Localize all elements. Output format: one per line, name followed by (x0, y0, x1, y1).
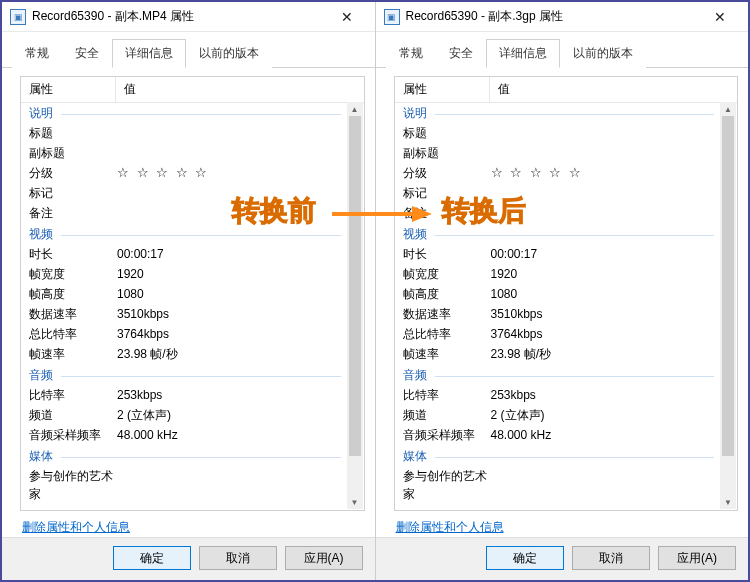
row-key: 标记 (29, 184, 117, 202)
tab[interactable]: 详细信息 (486, 39, 560, 68)
row-key: 数据速率 (403, 305, 491, 323)
cancel-button[interactable]: 取消 (199, 546, 277, 570)
tab[interactable]: 安全 (436, 39, 486, 68)
section-header: 视频 (395, 223, 721, 244)
remove-properties-link[interactable]: 删除属性和个人信息 (22, 519, 130, 536)
row-value (117, 204, 339, 222)
tab-content: 属性值说明标题副标题分级☆ ☆ ☆ ☆ ☆标记备注视频时长00:00:17帧宽度… (2, 68, 375, 537)
table-row[interactable]: 副标题 (21, 143, 347, 163)
row-value: ☆ ☆ ☆ ☆ ☆ (117, 164, 339, 182)
table-row[interactable]: 帧高度1080 (395, 284, 721, 304)
tab[interactable]: 以前的版本 (186, 39, 272, 68)
properties-table: 属性值说明标题副标题分级☆ ☆ ☆ ☆ ☆标记备注视频时长00:00:17帧宽度… (394, 76, 739, 511)
row-key: 频道 (29, 406, 117, 424)
header-prop[interactable]: 属性 (21, 77, 116, 102)
scroll-up-icon[interactable]: ▲ (720, 102, 736, 116)
row-key: 备注 (403, 204, 491, 222)
table-row[interactable]: 时长00:00:17 (21, 244, 347, 264)
row-key: 帧高度 (29, 285, 117, 303)
section-header: 媒体 (21, 445, 347, 466)
close-button[interactable]: ✕ (700, 9, 740, 25)
row-key: 副标题 (403, 144, 491, 162)
row-key: 总比特率 (403, 325, 491, 343)
titlebar: ▣ Record65390 - 副本.MP4 属性 ✕ (2, 2, 375, 32)
table-row[interactable]: 帧速率23.98 帧/秒 (21, 344, 347, 364)
row-key: 分级 (403, 164, 491, 182)
header-prop[interactable]: 属性 (395, 77, 490, 102)
row-value (491, 124, 713, 142)
table-row[interactable]: 帧宽度1920 (21, 264, 347, 284)
table-row[interactable]: 分级☆ ☆ ☆ ☆ ☆ (395, 163, 721, 183)
ok-button[interactable]: 确定 (486, 546, 564, 570)
dialog-title: Record65390 - 副本.3gp 属性 (406, 8, 701, 25)
scroll-up-icon[interactable]: ▲ (347, 102, 363, 116)
table-row[interactable]: 频道2 (立体声) (395, 405, 721, 425)
table-row[interactable]: 分级☆ ☆ ☆ ☆ ☆ (21, 163, 347, 183)
table-row[interactable]: 音频采样频率48.000 kHz (395, 425, 721, 445)
scrollbar[interactable]: ▲▼ (720, 102, 736, 509)
row-key: 帧高度 (403, 285, 491, 303)
row-key: 比特率 (403, 386, 491, 404)
table-row[interactable]: 数据速率3510kbps (395, 304, 721, 324)
tab[interactable]: 以前的版本 (560, 39, 646, 68)
scrollbar[interactable]: ▲▼ (347, 102, 363, 509)
row-value (491, 204, 713, 222)
close-button[interactable]: ✕ (327, 9, 367, 25)
scroll-down-icon[interactable]: ▼ (347, 495, 363, 509)
tab[interactable]: 详细信息 (112, 39, 186, 68)
cancel-button[interactable]: 取消 (572, 546, 650, 570)
apply-button[interactable]: 应用(A) (658, 546, 736, 570)
table-row[interactable]: 比特率253kbps (395, 385, 721, 405)
section-header: 说明 (21, 102, 347, 123)
row-value (491, 467, 713, 503)
file-icon: ▣ (384, 9, 400, 25)
ok-button[interactable]: 确定 (113, 546, 191, 570)
table-row[interactable]: 音频采样频率48.000 kHz (21, 425, 347, 445)
table-row[interactable]: 比特率253kbps (21, 385, 347, 405)
section-header: 说明 (395, 102, 721, 123)
table-row[interactable]: 参与创作的艺术家 (395, 466, 721, 504)
table-row[interactable]: 帧宽度1920 (395, 264, 721, 284)
row-value (117, 144, 339, 162)
table-row[interactable]: 频道2 (立体声) (21, 405, 347, 425)
apply-button[interactable]: 应用(A) (285, 546, 363, 570)
table-row[interactable]: 标题 (21, 123, 347, 143)
section-header: 音频 (395, 364, 721, 385)
table-row[interactable]: 帧高度1080 (21, 284, 347, 304)
tab[interactable]: 常规 (386, 39, 436, 68)
table-row[interactable]: 参与创作的艺术家 (21, 466, 347, 504)
table-header: 属性值 (21, 77, 364, 103)
table-row[interactable]: 备注 (395, 203, 721, 223)
row-value: 1920 (117, 265, 339, 283)
table-row[interactable]: 总比特率3764kbps (21, 324, 347, 344)
scroll-thumb[interactable] (349, 116, 361, 456)
section-header: 音频 (21, 364, 347, 385)
row-value (117, 467, 339, 503)
scroll-thumb[interactable] (722, 116, 734, 456)
table-row[interactable]: 副标题 (395, 143, 721, 163)
row-value: 23.98 帧/秒 (117, 345, 339, 363)
row-value: 48.000 kHz (117, 426, 339, 444)
row-value: 48.000 kHz (491, 426, 713, 444)
row-key: 分级 (29, 164, 117, 182)
table-row[interactable]: 标题 (395, 123, 721, 143)
rows-area: 说明标题副标题分级☆ ☆ ☆ ☆ ☆标记备注视频时长00:00:17帧宽度192… (21, 102, 347, 510)
remove-properties-link[interactable]: 删除属性和个人信息 (396, 519, 504, 536)
table-row[interactable]: 帧速率23.98 帧/秒 (395, 344, 721, 364)
properties-dialog: ▣ Record65390 - 副本.3gp 属性 ✕常规安全详细信息以前的版本… (376, 2, 749, 580)
tab[interactable]: 安全 (62, 39, 112, 68)
table-row[interactable]: 备注 (21, 203, 347, 223)
header-value[interactable]: 值 (490, 77, 738, 102)
row-key: 帧宽度 (403, 265, 491, 283)
row-value: 2 (立体声) (117, 406, 339, 424)
row-value: 3510kbps (491, 305, 713, 323)
table-row[interactable]: 数据速率3510kbps (21, 304, 347, 324)
scroll-down-icon[interactable]: ▼ (720, 495, 736, 509)
table-row[interactable]: 标记 (21, 183, 347, 203)
header-value[interactable]: 值 (116, 77, 364, 102)
tab[interactable]: 常规 (12, 39, 62, 68)
table-row[interactable]: 时长00:00:17 (395, 244, 721, 264)
table-row[interactable]: 标记 (395, 183, 721, 203)
row-value: 3510kbps (117, 305, 339, 323)
table-row[interactable]: 总比特率3764kbps (395, 324, 721, 344)
